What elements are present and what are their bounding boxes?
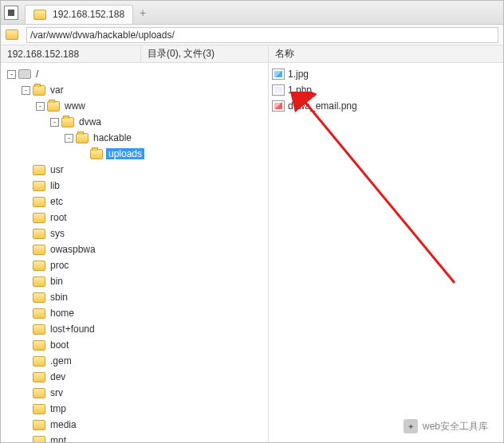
tree-label: .gem [49,355,73,367]
expand-toggle [22,277,30,286]
tree-item[interactable]: proc [1,257,268,273]
tree-label: var [49,84,65,96]
expand-toggle[interactable]: - [65,134,73,143]
expand-toggle [22,182,30,190]
expand-toggle [22,325,30,334]
tree-item[interactable]: -dvwa [1,114,268,130]
counts-cell: 目录(0), 文件(3) [141,45,269,62]
tree-label: tmp [49,403,68,414]
path-text: /var/www/dvwa/hackable/uploads/ [30,29,175,41]
disk-icon [18,69,31,79]
tree-item[interactable]: bin [1,273,268,289]
file-icon [272,100,285,112]
tree-label: sys [49,228,66,239]
tree-item[interactable]: sbin [1,289,268,305]
tree-item[interactable]: uploads [1,146,268,162]
folder-icon [33,292,45,303]
directory-tree[interactable]: -/-var-www-dvwa-hackableuploadsusrlibetc… [1,63,269,442]
expand-toggle [22,166,30,174]
column-header-bar: 192.168.152.188 目录(0), 文件(3) 名称 [1,45,503,63]
tree-label: etc [49,196,65,207]
expand-toggle [22,245,30,254]
tab-active[interactable]: 192.168.152.188 [25,5,133,24]
file-name: 1.jpg [288,69,309,80]
folder-icon [90,149,103,159]
expand-toggle[interactable]: - [36,102,45,111]
folder-icon [33,213,45,223]
tree-label: hackable [92,132,133,143]
tree-label: / [34,69,40,80]
folder-icon [33,276,45,287]
address-bar: /var/www/dvwa/hackable/uploads/ [1,25,503,45]
wechat-icon: ✦ [404,419,418,433]
file-icon [272,69,285,80]
name-column-header[interactable]: 名称 [269,45,301,62]
body-split: -/-var-www-dvwa-hackableuploadsusrlibetc… [1,63,503,442]
folder-icon [33,197,45,207]
tree-item[interactable]: -hackable [1,130,268,146]
tree-item[interactable]: media [1,417,268,433]
tree-label: lib [49,180,61,191]
file-name: 1.php [288,84,312,96]
file-icon [272,84,285,96]
file-row[interactable]: 1.jpg [269,66,503,82]
tree-item[interactable]: -www [1,98,268,114]
tree-label: sbin [49,292,69,303]
tree-label: www [63,100,87,112]
tree-item[interactable]: etc [1,194,268,210]
folder-icon [33,85,45,96]
tree-item[interactable]: usr [1,162,268,178]
tree-item[interactable]: lost+found [1,321,268,337]
tree-item[interactable]: mnt [1,433,268,442]
expand-toggle[interactable]: - [22,86,30,95]
expand-toggle[interactable]: - [7,70,16,79]
tree-item[interactable]: home [1,305,268,321]
watermark-text: web安全工具库 [423,420,488,433]
tab-bar: 192.168.152.188 + [1,1,503,25]
expand-toggle [22,309,30,318]
file-row[interactable]: 1.php [269,82,503,98]
tree-item[interactable]: -var [1,82,268,98]
expand-toggle [22,198,30,206]
folder-icon [76,133,89,143]
tree-item[interactable]: srv [1,385,268,401]
tree-item[interactable]: boot [1,337,268,353]
app-icon[interactable] [4,6,18,20]
folder-icon [33,229,45,239]
tree-label: lost+found [49,323,96,335]
tree-label: usr [49,164,65,175]
tree-label: home [49,308,76,319]
folder-icon [33,372,45,382]
file-row[interactable]: dvwa_email.png [269,98,503,114]
expand-toggle [22,421,30,429]
ip-cell[interactable]: 192.168.152.188 [1,45,141,62]
folder-icon [33,356,45,367]
tree-item[interactable]: tmp [1,401,268,417]
folder-icon [61,117,74,127]
tree-item[interactable]: .gem [1,353,268,369]
expand-toggle [22,229,30,238]
expand-toggle [22,293,30,302]
tree-item[interactable]: owaspbwa [1,241,268,257]
expand-toggle [22,214,30,222]
folder-icon [33,245,45,255]
expand-toggle [22,357,30,366]
folder-icon [6,29,18,40]
file-list[interactable]: 1.jpg1.phpdvwa_email.png [269,63,503,442]
expand-toggle [22,437,30,443]
new-tab-button[interactable]: + [135,6,151,19]
path-input[interactable]: /var/www/dvwa/hackable/uploads/ [26,27,498,43]
tree-item[interactable]: root [1,210,268,225]
folder-icon [33,181,45,191]
tree-label: boot [49,339,70,351]
folder-icon [33,436,45,443]
tree-label: mnt [49,435,68,442]
tree-item[interactable]: sys [1,225,268,241]
tree-item[interactable]: dev [1,369,268,385]
tree-label: bin [49,276,65,287]
tree-root[interactable]: -/ [1,66,268,82]
tree-label: uploads [106,148,144,159]
expand-toggle [22,261,30,270]
tree-item[interactable]: lib [1,178,268,194]
expand-toggle[interactable]: - [50,118,59,127]
